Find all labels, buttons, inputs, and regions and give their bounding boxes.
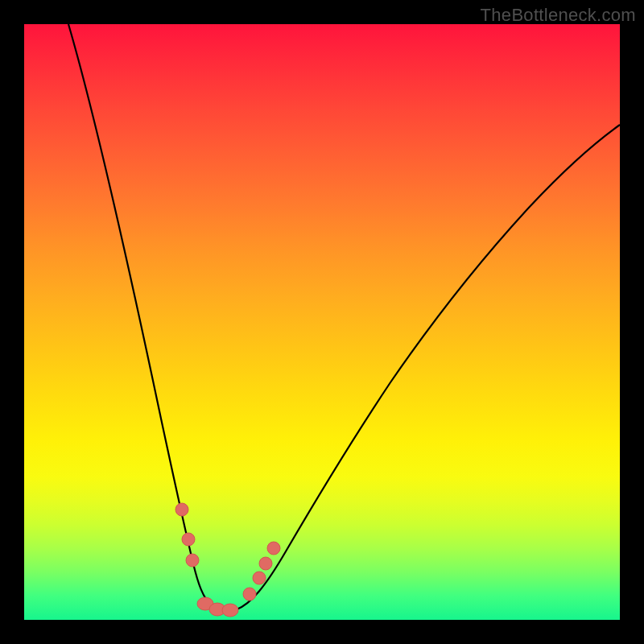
marker-dot [186,554,199,567]
watermark-text: TheBottleneck.com [481,5,636,26]
marker-dot [243,588,256,601]
plot-area [24,24,620,620]
bottleneck-curve [68,24,620,611]
marker-dot [253,572,266,584]
markers-group [175,503,280,617]
curve-layer [24,24,620,620]
marker-dot [182,533,195,546]
marker-dot [259,557,272,570]
marker-dot [267,542,280,555]
marker-dot [175,503,188,516]
chart-frame: TheBottleneck.com [0,0,644,644]
marker-dot [222,604,238,617]
